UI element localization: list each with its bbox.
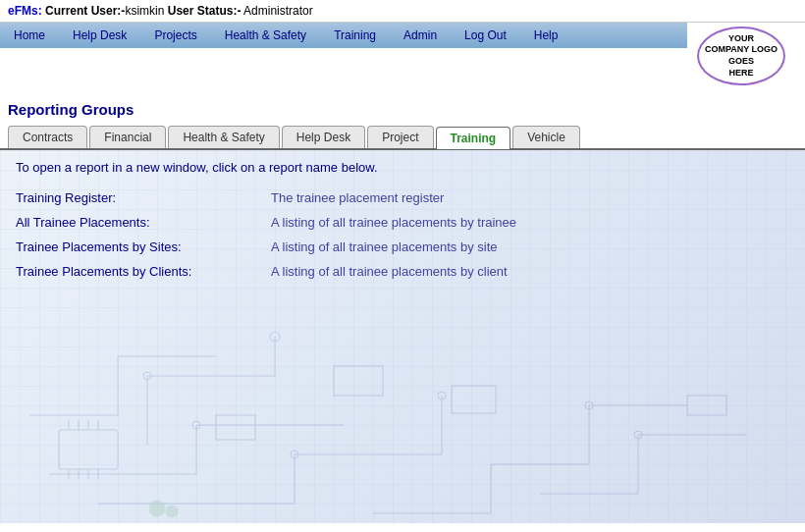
nav-helpdesk[interactable]: Help Desk xyxy=(59,23,140,48)
report-item-2: All Trainee Placements: A listing of all… xyxy=(16,215,789,230)
tab-project[interactable]: Project xyxy=(367,126,433,148)
report-link-2[interactable]: All Trainee Placements: xyxy=(16,215,150,230)
svg-rect-23 xyxy=(452,386,496,413)
content-inner: To open a report in a new window, click … xyxy=(0,150,805,298)
svg-rect-21 xyxy=(216,415,255,440)
nav-training[interactable]: Training xyxy=(320,23,390,48)
nav-logout[interactable]: Log Out xyxy=(451,23,520,48)
svg-rect-24 xyxy=(687,396,726,415)
top-bar: eFMs: Current User:-ksimkin User Status:… xyxy=(0,0,805,23)
user-role: Administrator xyxy=(241,4,312,18)
nav-menu: Home Help Desk Projects Health & Safety … xyxy=(0,23,687,48)
nav-health-safety[interactable]: Health & Safety xyxy=(211,23,320,48)
tab-financial[interactable]: Financial xyxy=(89,126,166,148)
instruction-text: To open a report in a new window, click … xyxy=(16,160,789,175)
logo-text: YOURCOMPANY LOGOGOESHERE xyxy=(705,33,778,80)
app-name: eFMs: xyxy=(8,4,42,18)
svg-point-42 xyxy=(166,505,178,517)
report-item-3: Trainee Placements by Sites: A listing o… xyxy=(16,239,789,254)
report-link-4[interactable]: Trainee Placements by Clients: xyxy=(16,264,191,279)
report-link-3[interactable]: Trainee Placements by Sites: xyxy=(16,239,182,254)
tab-helpdesk[interactable]: Help Desk xyxy=(282,126,365,148)
report-item-4: Trainee Placements by Clients: A listing… xyxy=(16,264,789,279)
report-link-1[interactable]: Training Register: xyxy=(16,190,116,205)
nav-home[interactable]: Home xyxy=(0,23,59,48)
report-label-1[interactable]: Training Register: xyxy=(16,190,271,205)
report-description-4: A listing of all trainee placements by c… xyxy=(271,264,508,279)
username: ksimkin xyxy=(125,4,164,18)
page-title: Reporting Groups xyxy=(8,95,134,124)
report-description-1: The trainee placement register xyxy=(271,190,444,205)
tab-vehicle[interactable]: Vehicle xyxy=(512,126,580,148)
svg-rect-32 xyxy=(59,430,118,469)
blueprint-svg xyxy=(0,278,805,523)
company-logo: YOURCOMPANY LOGOGOESHERE xyxy=(697,27,785,85)
tab-training[interactable]: Training xyxy=(436,127,511,149)
tab-contracts[interactable]: Contracts xyxy=(8,126,87,148)
content-area: To open a report in a new window, click … xyxy=(0,150,805,523)
tabs-container: Contracts Financial Health & Safety Help… xyxy=(0,126,805,150)
user-status-label: User Status:- xyxy=(168,4,242,18)
header-area: Reporting Groups xyxy=(0,89,805,126)
tab-health-safety[interactable]: Health & Safety xyxy=(168,126,279,148)
report-description-2: A listing of all trainee placements by t… xyxy=(271,215,516,230)
svg-rect-22 xyxy=(334,366,383,396)
report-label-2[interactable]: All Trainee Placements: xyxy=(16,215,271,230)
report-label-4[interactable]: Trainee Placements by Clients: xyxy=(16,264,271,279)
nav-projects[interactable]: Projects xyxy=(140,23,210,48)
report-description-3: A listing of all trainee placements by s… xyxy=(271,239,498,254)
report-item-1: Training Register: The trainee placement… xyxy=(16,190,789,205)
svg-point-41 xyxy=(149,501,165,516)
current-user-label: Current User:- xyxy=(45,4,125,18)
nav-admin[interactable]: Admin xyxy=(390,23,451,48)
report-label-3[interactable]: Trainee Placements by Sites: xyxy=(16,239,271,254)
nav-help[interactable]: Help xyxy=(520,23,572,48)
